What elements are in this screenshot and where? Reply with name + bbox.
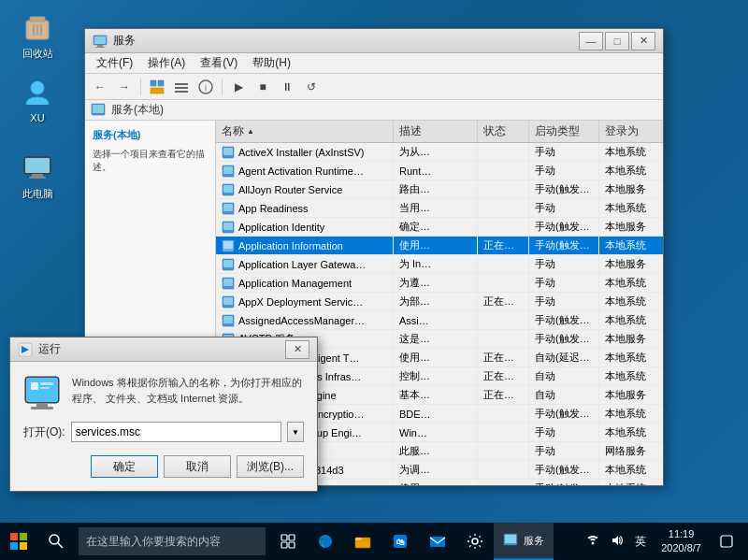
services-title-text: 服务 (113, 33, 579, 49)
desktop-icon-computer[interactable]: 此电脑 (9, 150, 65, 205)
service-startup: 手动(触发… (529, 180, 599, 198)
service-desc: 为部… (394, 293, 478, 310)
table-row[interactable]: ActiveX Installer (AxInstSV) 为从… 手动 本地系统 (216, 143, 663, 162)
service-desc: 路由… (394, 180, 478, 198)
taskbar-search-placeholder: 在这里输入你要搜索的内容 (86, 534, 221, 550)
run-input-dropdown[interactable]: ▼ (287, 422, 304, 442)
service-logon: 本地系统 (599, 311, 663, 329)
taskbar-mail-icon[interactable] (419, 523, 456, 560)
taskbar: 在这里输入你要搜索的内容 🛍 (0, 523, 748, 560)
table-row[interactable]: Application Identity 确定… 手动(触发… 本地服务 (216, 218, 663, 237)
service-desc: 为调… (394, 461, 478, 479)
run-dialog-title: 运行 (38, 341, 285, 357)
service-logon: 本地服务 (599, 386, 663, 404)
desktop: 回收站 XU 此电脑 (0, 0, 748, 524)
toolbar-forward[interactable]: → (113, 77, 136, 97)
tray-language-icon[interactable]: 英 (631, 532, 650, 552)
run-dialog-body-text: Windows 将根据你所输入的名称，为你打开相应的程序、 文件夹、文档或 In… (72, 375, 304, 406)
toolbar-restart[interactable]: ↺ (300, 77, 323, 97)
menu-file[interactable]: 文件(F) (89, 53, 140, 73)
service-desc: 使用… (394, 237, 478, 254)
service-status: 正在… (478, 349, 529, 366)
run-input-label: 打开(O): (23, 424, 65, 440)
taskbar-edge-icon[interactable] (307, 523, 344, 560)
run-browse-button[interactable]: 浏览(B)... (237, 455, 304, 478)
desktop-icon-recycle[interactable]: 回收站 (9, 9, 65, 65)
service-desc: Win… (394, 424, 478, 441)
svg-rect-18 (175, 87, 188, 89)
svg-rect-9 (29, 177, 46, 179)
menu-view[interactable]: 查看(V) (193, 53, 245, 73)
taskbar-search-button[interactable] (37, 523, 75, 560)
run-ok-button[interactable]: 确定 (91, 455, 158, 478)
run-dialog-close[interactable]: ✕ (285, 340, 309, 359)
service-startup: 手动 (529, 442, 599, 460)
service-logon: 本地服务 (599, 255, 663, 273)
tray-network-icon[interactable] (583, 532, 603, 552)
table-row[interactable]: App Readiness 当用… 手动 本地系统 (216, 199, 663, 218)
toolbar-stop[interactable]: ■ (252, 77, 274, 97)
taskbar-clock[interactable]: 11:19 2020/8/7 (654, 525, 709, 558)
notification-button[interactable] (712, 523, 741, 560)
start-button[interactable] (0, 523, 37, 560)
table-row[interactable]: AppX Deployment Servic… 为部… 正在… 手动 本地系统 (216, 293, 663, 311)
close-button[interactable]: ✕ (631, 32, 655, 50)
toolbar-sep-1 (140, 79, 141, 95)
col-header-name[interactable]: 名称 ▲ (216, 121, 394, 142)
col-header-logon[interactable]: 登录为 (599, 121, 663, 142)
clock-time: 11:19 (661, 527, 701, 541)
taskbar-task-view[interactable] (269, 523, 307, 560)
run-cancel-button[interactable]: 取消 (164, 455, 231, 478)
svg-rect-92 (721, 536, 732, 547)
toolbar-back[interactable]: ← (89, 77, 111, 97)
toolbar-show-hide[interactable] (170, 77, 193, 97)
service-status (478, 311, 529, 329)
restore-button[interactable]: □ (605, 32, 629, 50)
col-header-startup[interactable]: 启动类型 (529, 121, 599, 142)
recycle-bin-label: 回收站 (22, 47, 53, 61)
taskbar-search-box[interactable]: 在这里输入你要搜索的内容 (79, 527, 266, 555)
col-header-desc[interactable]: 描述 (394, 121, 478, 142)
svg-rect-82 (289, 542, 295, 548)
toolbar-play[interactable]: ▶ (227, 77, 250, 97)
run-input-field[interactable] (71, 422, 281, 442)
taskbar-settings-icon[interactable] (456, 523, 494, 560)
taskbar-explorer-icon[interactable] (344, 523, 381, 560)
language-label: 英 (635, 535, 646, 548)
table-row[interactable]: Agent Activation Runtime… Runt… 手动 本地系统 (216, 162, 663, 180)
service-logon: 本地系统 (599, 405, 663, 423)
address-bar-icon (91, 103, 106, 118)
table-row[interactable]: AssignedAccessManager… Assi… 手动(触发… 本地系统 (216, 311, 663, 330)
tray-volume-icon[interactable] (607, 532, 627, 552)
svg-rect-17 (175, 83, 188, 85)
desktop-icon-user[interactable]: XU (9, 75, 65, 127)
service-desc: 这是… (394, 330, 478, 348)
service-startup: 手动 (529, 293, 599, 310)
table-row[interactable]: Application Management 为遵… 手动 本地系统 (216, 274, 663, 293)
minimize-button[interactable]: — (579, 32, 603, 50)
service-logon: 本地系统 (599, 293, 663, 310)
toolbar-pause[interactable]: ⏸ (276, 77, 298, 97)
service-status (478, 255, 529, 273)
service-status: 正在… (478, 367, 529, 385)
table-row[interactable]: Application Information 使用… 正在… 手动(触发… 本… (216, 237, 663, 255)
menu-action[interactable]: 操作(A) (140, 53, 193, 73)
toolbar-up[interactable] (146, 77, 168, 97)
service-startup: 自动 (529, 386, 599, 404)
sidebar-title[interactable]: 服务(本地) (93, 128, 208, 142)
svg-point-5 (31, 81, 44, 94)
service-desc: 为从… (394, 143, 478, 161)
table-row[interactable]: Application Layer Gatewa… 为 In… 手动 本地服务 (216, 255, 663, 274)
menu-help[interactable]: 帮助(H) (245, 53, 298, 73)
toolbar-info[interactable]: i (194, 77, 217, 97)
service-logon: 本地系统 (599, 237, 663, 254)
svg-rect-43 (223, 316, 233, 323)
col-header-status[interactable]: 状态 (478, 121, 529, 142)
svg-rect-72 (40, 387, 50, 389)
taskbar-store-icon[interactable]: 🛍 (381, 523, 419, 560)
table-row[interactable]: AllJoyn Router Service 路由… 手动(触发… 本地服务 (216, 180, 663, 199)
service-desc: Assi… (394, 311, 478, 329)
recycle-bin-icon (22, 13, 52, 43)
taskbar-services-app[interactable]: 服务 (494, 523, 554, 560)
svg-rect-11 (94, 36, 106, 44)
